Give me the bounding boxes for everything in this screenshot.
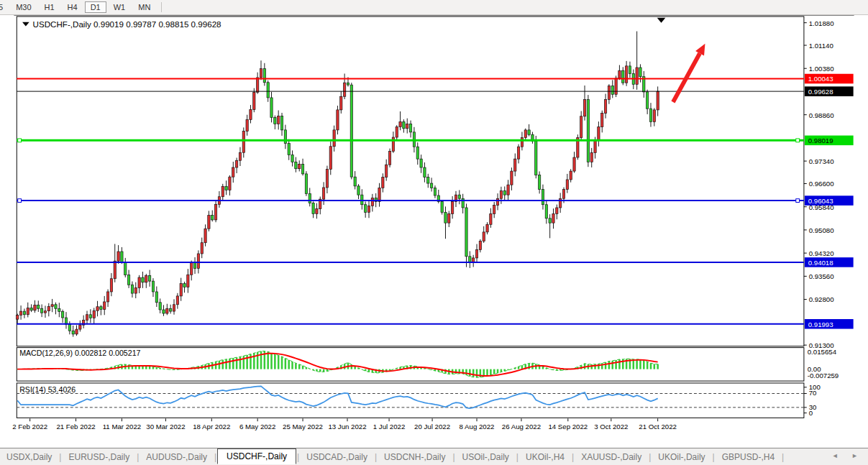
price-axis-label: 0.92800 — [809, 295, 834, 303]
date-axis-label: 6 May 2022 — [239, 423, 275, 431]
tab-eurusd-daily[interactable]: EURUSD-,Daily — [62, 450, 136, 464]
hline-handle[interactable] — [796, 199, 800, 203]
symbol-tab-bar: USDX,Daily|EURUSD-,Daily|AUDUSD-,Daily|U… — [0, 448, 868, 465]
tab-separator: | — [137, 452, 139, 462]
timeframe-button-d1[interactable]: D1 — [85, 1, 106, 13]
macd-axis-label: -0.007259 — [808, 372, 839, 379]
tab-separator: | — [452, 452, 454, 462]
tab-separator: | — [713, 452, 715, 462]
date-axis-label: 13 Jun 2022 — [328, 423, 366, 431]
tab-separator: | — [572, 452, 574, 462]
date-axis-label: 25 May 2022 — [283, 423, 323, 431]
date-axis-label: 21 Feb 2022 — [56, 423, 95, 431]
price-axis-label: 0.94320 — [809, 249, 834, 257]
tab-audusd-daily[interactable]: AUDUSD-,Daily — [140, 450, 214, 464]
tab-usdcad-daily[interactable]: USDCAD-,Daily — [300, 450, 374, 464]
date-axis-label: 8 Aug 2022 — [460, 423, 495, 431]
price-badge-label: 0.91993 — [808, 321, 833, 328]
tab-separator: | — [375, 452, 377, 462]
tab-separator: | — [214, 452, 216, 462]
price-axis-label: 0.93560 — [809, 272, 834, 280]
tab-separator: | — [782, 452, 784, 462]
timeframe-button-5[interactable]: 5 — [0, 1, 9, 13]
tab-usdchf-daily[interactable]: USDCHF-,Daily — [217, 448, 296, 464]
rsi-axis-label: 0 — [809, 409, 813, 417]
hline-handle[interactable] — [18, 139, 22, 142]
price-chart-canvas[interactable]: 1.018801.011401.003800.988600.973400.966… — [0, 15, 868, 448]
timeframe-button-mn[interactable]: MN — [132, 1, 156, 13]
timeframe-button-m30[interactable]: M30 — [10, 1, 37, 13]
price-axis-label: 0.95080 — [809, 226, 834, 234]
macd-label: MACD(12,26,9) 0.002812 0.005217 — [19, 349, 140, 357]
tab-scroll-arrows[interactable]: ◄ ► — [832, 452, 864, 459]
date-axis-label: 30 Mar 2022 — [146, 423, 185, 431]
price-badge-label: 0.99628 — [808, 88, 833, 96]
chart-title: USDCHF-,Daily 0.99019 0.99787 0.98815 0.… — [33, 19, 221, 29]
hline-handle[interactable] — [796, 139, 800, 142]
tab-xauusd-daily[interactable]: XAUUSD-,Daily — [575, 450, 648, 464]
rsi-axis-label: 70 — [809, 389, 817, 397]
tab-gbpusd-h4[interactable]: GBPUSD-,H4 — [716, 450, 781, 464]
tab-usdx-daily[interactable]: USDX,Daily — [0, 450, 58, 464]
macd-axis-label: 0.015654 — [808, 348, 837, 356]
date-axis-label: 1 Jul 2022 — [373, 423, 406, 431]
date-axis-label: 3 Oct 2022 — [594, 423, 628, 431]
date-axis-label: 20 Jul 2022 — [414, 423, 450, 431]
price-badge-label: 0.96043 — [808, 197, 833, 205]
trading-terminal-window: 5M30H1H4D1W1MN 1.018801.011401.003800.98… — [0, 0, 868, 465]
hline-handle[interactable] — [18, 199, 22, 203]
tab-separator: | — [649, 452, 651, 462]
price-axis-label: 1.00380 — [809, 65, 834, 73]
timeframe-button-w1[interactable]: W1 — [108, 1, 132, 13]
tab-ukoil-daily[interactable]: UKOil-,Daily — [652, 450, 711, 464]
chart-window: 1.018801.011401.003800.988600.973400.966… — [0, 15, 868, 448]
date-axis-label: 18 Apr 2022 — [193, 423, 230, 431]
timeframe-button-h1[interactable]: H1 — [39, 1, 60, 13]
price-axis-label: 0.97340 — [809, 157, 834, 165]
toolbar-separator — [161, 2, 162, 12]
rsi-label: RSI(14) 53.4026 — [19, 385, 76, 394]
price-badge-label: 0.94018 — [808, 259, 833, 267]
date-axis-label: 14 Sep 2022 — [548, 423, 588, 431]
timeframe-button-h4[interactable]: H4 — [62, 1, 83, 13]
date-axis-label: 2 Feb 2022 — [12, 423, 47, 431]
price-badge-label: 1.00043 — [808, 75, 833, 83]
price-axis-label: 1.01140 — [809, 42, 833, 50]
tab-separator: | — [297, 452, 299, 462]
tab-ukoil-h4[interactable]: UKOil-,H4 — [519, 450, 571, 464]
tab-usoil-daily[interactable]: USOil-,Daily — [456, 450, 516, 464]
date-axis-label: 11 Mar 2022 — [103, 423, 142, 431]
price-axis-label: 0.96600 — [809, 180, 834, 188]
tab-separator: | — [59, 452, 61, 462]
date-axis-label: 21 Oct 2022 — [639, 423, 677, 431]
price-axis-label: 1.01880 — [809, 19, 834, 27]
price-badge-label: 0.98019 — [808, 137, 833, 144]
price-axis-label: 0.98860 — [809, 111, 834, 119]
timeframe-toolbar: 5M30H1H4D1W1MN — [0, 0, 868, 15]
tab-usdcnh-daily[interactable]: USDCNH-,Daily — [378, 450, 452, 464]
date-axis-label: 26 Aug 2022 — [502, 423, 541, 431]
tab-separator: | — [516, 452, 518, 462]
